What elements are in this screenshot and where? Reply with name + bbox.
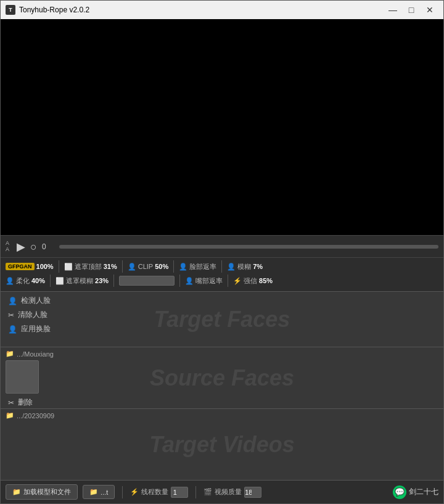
mask-blur-icon: ⬜ [56,276,64,285]
source-path-text: .../Mouxiang [17,350,54,358]
load-model-button[interactable]: 📁 加载模型和文件 [6,484,78,500]
target-faces-actions: 👤 检测人脸 ✂ 清除人脸 👤 应用换脸 [6,294,438,336]
video-preview [1,19,443,235]
controls-area: GFPGAN 100% ⬜ 遮罩顶部 31% 👤 CLIP 50% 👤 脸部返率 [1,257,443,291]
path-folder-icon: 📁 [89,488,98,496]
video-path-text: .../20230909 [17,412,54,419]
detect-faces-label: 检测人脸 [21,295,51,306]
window-controls: — □ ✕ [384,3,438,17]
wechat-badge: 💬 剑二十七 [393,485,438,499]
mask-blur-label: 遮罩模糊 [66,276,93,286]
mask-top-control: ⬜ 遮罩顶部 31% [64,262,117,271]
panels-area: Target Faces 👤 检测人脸 ✂ 清除人脸 👤 应用换脸 Source… [1,291,443,480]
letters-indicator: A A [6,241,12,253]
face-rate-label: 脸部返率 [189,262,216,271]
source-folder-icon: 📁 [6,350,14,358]
bottom-divider-1 [122,486,123,498]
soften-icon: 👤 [6,276,14,285]
mouth-rate-icon: 👤 [185,276,194,285]
load-model-label: 加载模型和文件 [23,487,71,497]
stop-button[interactable]: ○ [30,241,37,252]
divider-4 [221,260,222,273]
quality-value-input[interactable] [244,487,261,498]
minimize-button[interactable]: — [384,3,401,17]
face-rate-icon: 👤 [179,262,187,271]
confidence-value: 85% [259,277,273,284]
divider-5 [50,275,51,287]
clear-faces-icon: ✂ [8,311,14,320]
video-path: 📁 .../20230909 [6,411,438,419]
clip-control: 👤 CLIP 50% [128,262,169,271]
clip-input-field[interactable] [119,276,175,286]
thread-label: 线程数量 [141,487,168,497]
detect-faces-icon: 👤 [8,297,17,305]
quality-info: 🎬 视频质量 [204,487,261,498]
gfpgan-value: 100% [36,263,54,270]
bottom-divider-2 [195,486,196,498]
delete-source-button[interactable]: ✂ 删除 [6,396,35,408]
divider-2 [122,260,123,273]
gfpgan-control: GFPGAN 100% [6,263,54,270]
divider-7 [179,275,180,287]
play-button[interactable]: ▶ [17,241,25,252]
blur-icon: 👤 [227,262,236,271]
mouth-rate-control: 👤 嘴部返率 [185,276,223,286]
divider-6 [113,275,114,287]
clip-value: 50% [155,263,168,270]
apply-swap-icon: 👤 [8,325,17,334]
divider-1 [59,260,59,273]
video-folder-icon: 📁 [6,411,14,419]
confidence-label: 强信 [244,276,257,286]
target-videos-watermark: Target Videos [149,432,294,458]
bottom-bar: 📁 加载模型和文件 📁 ...t ⚡ 线程数量 🎬 视频质量 💬 剑二十七 [1,480,443,503]
main-window: T Tonyhub-Rope v2.0.2 — □ ✕ A A ▶ ○ 0 [0,0,444,504]
apply-swap-button[interactable]: 👤 应用换脸 [6,323,438,336]
blur-label: 模糊 [237,262,251,271]
path-label: ...t [101,489,108,496]
close-button[interactable]: ✕ [421,3,438,17]
face-thumbnail [6,360,39,394]
clip-icon: 👤 [128,262,136,271]
path-button[interactable]: 📁 ...t [83,485,115,499]
playback-bar: A A ▶ ○ 0 [1,235,443,257]
thread-info: ⚡ 线程数量 [130,487,188,498]
delete-label: 删除 [18,397,33,408]
title-bar: T Tonyhub-Rope v2.0.2 — □ ✕ [1,1,443,19]
source-path: 📁 .../Mouxiang [6,350,438,358]
load-model-icon: 📁 [12,488,21,496]
wechat-label: 剑二十七 [409,487,438,497]
controls-row-2: 👤 柔化 40% ⬜ 遮罩模糊 23% 👤 嘴部返率 [6,275,438,287]
mouth-rate-label: 嘴部返率 [195,276,223,286]
face-rate-control: 👤 脸部返率 [179,262,216,271]
detect-faces-button[interactable]: 👤 检测人脸 [6,294,438,307]
soften-label: 柔化 [16,276,30,286]
mask-blur-value: 23% [95,277,109,284]
mask-top-value: 31% [104,263,117,270]
wechat-icon: 💬 [393,485,406,499]
clip-label: CLIP [138,263,153,270]
window-title: Tonyhub-Rope v2.0.2 [19,6,384,14]
soften-control: 👤 柔化 40% [6,276,45,286]
input-field-control [119,276,175,286]
app-icon: T [6,5,15,15]
apply-swap-label: 应用换脸 [21,324,51,334]
progress-bar[interactable] [59,245,438,249]
target-videos-panel: Target Videos 📁 .../20230909 [1,408,443,480]
mask-blur-control: ⬜ 遮罩模糊 23% [56,276,109,286]
soften-value: 40% [31,277,45,284]
time-display: 0 [42,242,54,251]
blur-value: 7% [253,263,263,270]
mask-top-label: 遮罩顶部 [75,262,102,271]
maximize-button[interactable]: □ [403,3,420,17]
clear-faces-button[interactable]: ✂ 清除人脸 [6,308,438,321]
gfpgan-badge[interactable]: GFPGAN [6,263,35,270]
delete-icon: ✂ [8,399,14,407]
target-faces-panel: Target Faces 👤 检测人脸 ✂ 清除人脸 👤 应用换脸 [1,291,443,347]
clear-faces-label: 清除人脸 [18,310,47,320]
thread-value-input[interactable] [171,487,188,498]
blur-control: 👤 模糊 7% [227,262,263,271]
confidence-control: ⚡ 强信 85% [233,276,273,286]
quality-label: 视频质量 [215,487,242,497]
controls-row-1: GFPGAN 100% ⬜ 遮罩顶部 31% 👤 CLIP 50% 👤 脸部返率 [6,260,438,273]
source-faces-panel: Source Faces 📁 .../Mouxiang ✂ 删除 [1,347,443,408]
